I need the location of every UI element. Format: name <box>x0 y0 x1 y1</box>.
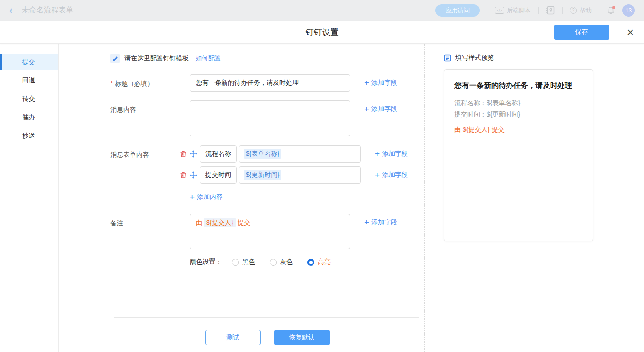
field-token: ${更新时间} <box>244 170 281 180</box>
radio-icon <box>270 259 277 266</box>
contacts-icon <box>546 6 555 15</box>
top-bar-actions: 应用访问 </> 后端脚本 ? 帮助 <box>435 4 635 17</box>
code-icon: </> <box>495 7 504 14</box>
app-access-button[interactable]: 应用访问 <box>435 4 480 17</box>
radio-highlight[interactable]: 高亮 <box>307 258 331 266</box>
title-field-label: *标题（必填） <box>110 74 190 88</box>
sidebar-item-cc[interactable]: 抄送 <box>0 128 58 144</box>
backend-script-label: 后端脚本 <box>507 6 531 15</box>
field-name-input[interactable]: 提交时间 <box>200 166 237 184</box>
sidebar-item-submit[interactable]: 提交 <box>0 54 58 70</box>
avatar[interactable]: 13 <box>622 4 635 17</box>
contacts-button[interactable] <box>546 6 555 15</box>
color-setting-row: 颜色设置： 黑色 灰色 高亮 <box>190 258 424 266</box>
divider <box>538 7 539 14</box>
sidebar-item-label: 转交 <box>22 95 35 103</box>
title-field-row: *标题（必填） + 添加字段 <box>110 74 424 92</box>
config-note-row: 请在这里配置钉钉模板 如何配置 <box>110 54 424 63</box>
plus-icon: + <box>375 171 380 179</box>
template-form: 请在这里配置钉钉模板 如何配置 *标题（必填） + 添加字段 消息内容 + 添加… <box>59 44 424 352</box>
modal-title: 钉钉设置 <box>0 21 644 44</box>
add-field-link[interactable]: + 添加字段 <box>364 100 397 113</box>
sidebar-item-label: 催办 <box>22 113 35 122</box>
field-value-input[interactable]: ${更新时间} <box>239 166 361 184</box>
move-icon[interactable] <box>190 150 197 158</box>
preview-header: 填写样式预览 <box>444 54 644 62</box>
remark-field-label: 备注 <box>110 214 190 228</box>
form-content-row: 流程名称 ${表单名称} + 添加字段 <box>180 145 408 163</box>
delete-icon[interactable] <box>180 150 187 158</box>
plus-icon: + <box>364 105 369 113</box>
notifications-button[interactable] <box>607 6 615 15</box>
delete-icon[interactable] <box>180 171 187 179</box>
preview-line-process-name: 流程名称：${表单名称} <box>454 97 583 109</box>
preview-line-submit-time: 提交时间：${更新时间} <box>454 109 583 120</box>
field-name-input[interactable]: 流程名称 <box>200 145 237 163</box>
divider <box>562 7 563 14</box>
top-bar: ‹ 未命名流程表单 应用访问 </> 后端脚本 <box>0 0 644 21</box>
sidebar-item-label: 提交 <box>22 58 35 66</box>
field-value-input[interactable]: ${表单名称} <box>239 145 361 163</box>
sidebar-item-label: 抄送 <box>22 132 35 140</box>
sidebar-item-label: 回退 <box>22 76 35 85</box>
sidebar-item-transfer[interactable]: 转交 <box>0 91 58 107</box>
form-content-row: 提交时间 ${更新时间} + 添加字段 <box>180 166 408 184</box>
message-field-row: 消息内容 + 添加字段 <box>110 100 424 136</box>
add-field-link[interactable]: + 添加字段 <box>375 150 408 158</box>
plus-icon: + <box>364 218 369 227</box>
preview-footer: 由 ${提交人} 提交 <box>454 126 583 134</box>
preview-header-label: 填写样式预览 <box>455 54 494 62</box>
how-to-configure-link[interactable]: 如何配置 <box>195 54 221 63</box>
sidebar: 提交 回退 转交 催办 抄送 <box>0 44 59 352</box>
form-actions: 测试 恢复默认 <box>205 330 424 345</box>
remark-field-row: 备注 由 ${提交人} 提交 + 添加字段 <box>110 214 424 249</box>
add-field-link[interactable]: + 添加字段 <box>375 171 408 179</box>
back-icon[interactable]: ‹ <box>9 5 12 16</box>
help-button[interactable]: ? 帮助 <box>570 6 592 15</box>
radio-gray[interactable]: 灰色 <box>270 258 293 266</box>
form-content-section: 消息表单内容 <box>110 145 424 214</box>
move-icon[interactable] <box>190 171 197 179</box>
field-token: ${表单名称} <box>244 149 281 159</box>
form-content-label: 消息表单内容 <box>110 145 190 159</box>
question-icon: ? <box>570 7 577 14</box>
add-field-link[interactable]: + 添加字段 <box>364 74 397 87</box>
notification-badge <box>612 6 615 9</box>
sidebar-item-rollback[interactable]: 回退 <box>0 72 58 89</box>
backend-script-button[interactable]: </> 后端脚本 <box>495 6 531 15</box>
form-preview-icon <box>444 54 451 62</box>
message-content-textarea[interactable] <box>190 100 350 136</box>
remark-textarea[interactable]: 由 ${提交人} 提交 <box>190 214 350 249</box>
radio-black[interactable]: 黑色 <box>232 258 255 266</box>
divider <box>114 317 419 318</box>
plus-icon: + <box>190 193 195 201</box>
document-title: 未命名流程表单 <box>22 6 73 15</box>
divider <box>487 7 487 14</box>
save-button[interactable]: 保存 <box>554 25 609 40</box>
preview-panel: 填写样式预览 您有一条新的待办任务，请及时处理 流程名称：${表单名称} 提交时… <box>424 44 644 352</box>
preview-card: 您有一条新的待办任务，请及时处理 流程名称：${表单名称} 提交时间：${更新时… <box>444 69 593 241</box>
remark-token: ${提交人} <box>204 218 236 227</box>
top-bar-left: ‹ 未命名流程表单 <box>9 6 73 15</box>
radio-icon <box>232 259 239 266</box>
divider <box>599 7 599 14</box>
preview-title: 您有一条新的待办任务，请及时处理 <box>454 81 583 91</box>
color-setting-label: 颜色设置： <box>190 258 222 266</box>
form-content-rows: 流程名称 ${表单名称} + 添加字段 <box>180 145 408 184</box>
radio-checked-icon <box>307 259 314 266</box>
sidebar-item-urge[interactable]: 催办 <box>0 109 58 126</box>
config-note-text: 请在这里配置钉钉模板 <box>124 54 189 63</box>
dingtalk-settings-page: ‹ 未命名流程表单 应用访问 </> 后端脚本 <box>0 0 644 352</box>
test-button[interactable]: 测试 <box>205 330 261 345</box>
title-input[interactable] <box>190 74 350 92</box>
restore-default-button[interactable]: 恢复默认 <box>274 330 330 345</box>
plus-icon: + <box>375 150 380 158</box>
add-content-link[interactable]: + 添加内容 <box>190 193 408 201</box>
modal-header: 钉钉设置 保存 × <box>0 21 644 44</box>
close-icon[interactable]: × <box>627 24 634 41</box>
add-field-link[interactable]: + 添加字段 <box>364 214 397 227</box>
help-label: 帮助 <box>580 6 592 15</box>
pencil-icon <box>110 54 120 63</box>
message-field-label: 消息内容 <box>110 100 190 114</box>
plus-icon: + <box>364 79 369 87</box>
